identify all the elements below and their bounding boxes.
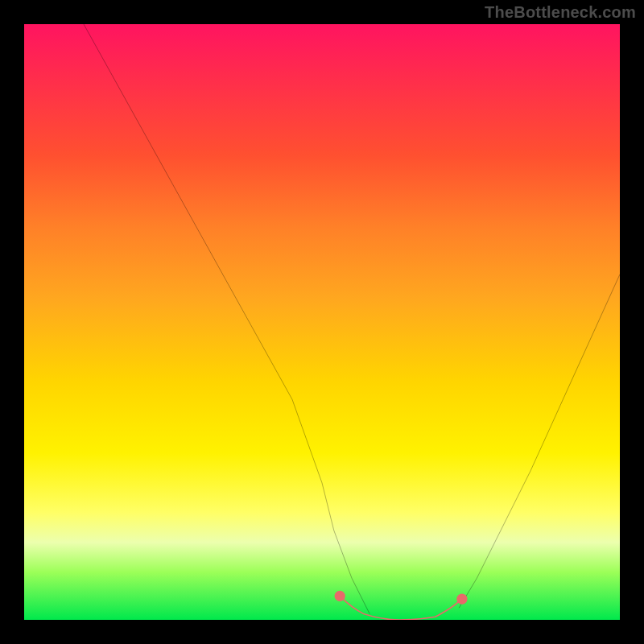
curve-left-branch xyxy=(84,24,369,614)
curve-overlay xyxy=(24,24,620,620)
curve-valley-accent xyxy=(340,596,464,620)
plot-area xyxy=(24,24,620,620)
accent-dot-right xyxy=(456,593,467,604)
watermark-text: TheBottleneck.com xyxy=(485,3,636,22)
accent-dot-left xyxy=(335,591,345,601)
chart-container: TheBottleneck.com xyxy=(0,0,644,644)
curve-right-branch xyxy=(459,275,620,608)
